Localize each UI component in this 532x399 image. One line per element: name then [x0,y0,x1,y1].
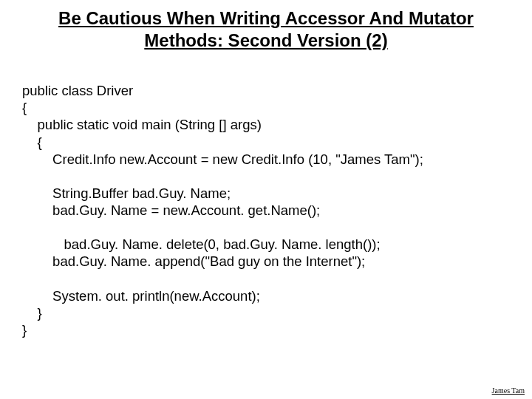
code-line: String.Buffer bad.Guy. Name; [22,185,231,201]
code-line: Credit.Info new.Account = new Credit.Inf… [22,151,423,167]
code-line: } [22,305,42,321]
code-line: } [22,322,27,338]
code-line: bad.Guy. Name. delete(0, bad.Guy. Name. … [22,236,381,252]
code-line: bad.Guy. Name. append("Bad guy on the In… [22,253,365,269]
code-line: public class Driver [22,83,133,98]
code-line: System. out. println(new.Account); [22,288,260,304]
code-line: bad.Guy. Name = new.Account. get.Name(); [22,202,320,218]
code-line: { [22,134,42,150]
slide-title: Be Cautious When Writing Accessor And Mu… [22,7,510,52]
code-line: { [22,100,27,115]
code-block: public class Driver { public static void… [22,65,510,338]
author-footer: James Tam [492,386,525,395]
code-line: public static void main (String [] args) [22,117,262,132]
